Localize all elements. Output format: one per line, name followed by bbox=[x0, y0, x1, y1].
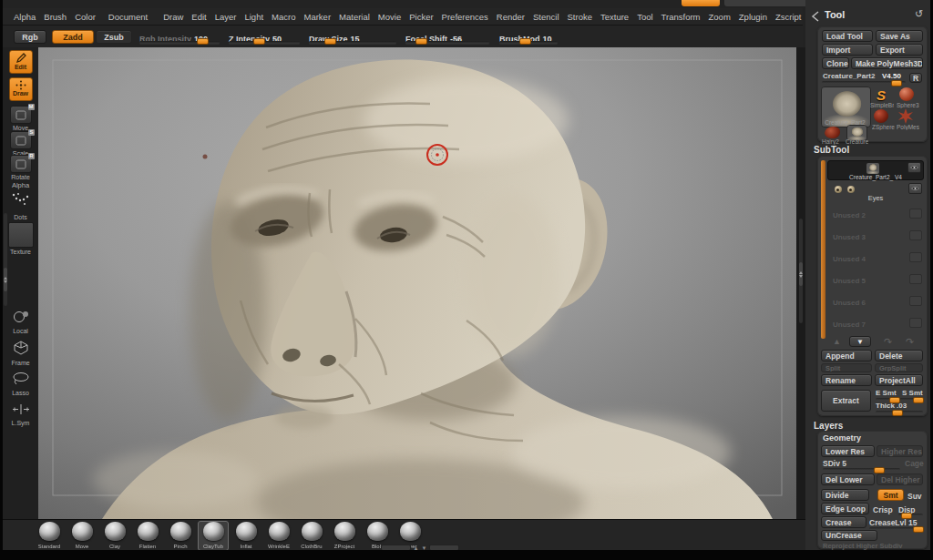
divider-scrollbar-knob[interactable] bbox=[799, 262, 803, 286]
tool-name-slider[interactable]: Creature_Part2 V4.50 R bbox=[822, 71, 923, 83]
slider-handle[interactable] bbox=[253, 38, 265, 45]
slider-handle[interactable] bbox=[519, 38, 531, 45]
subtool-duplicate-icon[interactable]: ↷ bbox=[884, 336, 892, 348]
load-tool-button[interactable]: Load Tool bbox=[822, 30, 873, 42]
menu-render[interactable]: Render bbox=[497, 12, 525, 22]
brush-move[interactable]: Move bbox=[67, 522, 97, 549]
edge-loop-button[interactable]: Edge Loop bbox=[821, 503, 869, 514]
r-button[interactable]: R bbox=[909, 73, 922, 83]
menu-preferences[interactable]: Preferences bbox=[442, 12, 488, 22]
append-button[interactable]: Append bbox=[821, 350, 872, 361]
panel-divider[interactable] bbox=[796, 47, 805, 519]
higher-res-button[interactable]: Higher Res bbox=[877, 445, 923, 457]
tool-slider-handle[interactable] bbox=[891, 80, 902, 87]
lower-res-button[interactable]: Lower Res bbox=[821, 445, 875, 457]
zadd-button[interactable]: Zadd bbox=[52, 30, 94, 44]
edit-tool[interactable]: Edit bbox=[3, 50, 38, 74]
visibility-eye-icon[interactable] bbox=[908, 183, 922, 194]
menu-layer[interactable]: Layer bbox=[215, 12, 237, 22]
left-scrollbar-knob[interactable] bbox=[4, 268, 7, 291]
menu-alpha[interactable]: Alpha bbox=[14, 12, 36, 22]
brush-flatten[interactable]: Flatten bbox=[132, 522, 163, 549]
rename-button[interactable]: Rename bbox=[821, 374, 872, 386]
del-lower-button[interactable]: Del Lower bbox=[821, 473, 875, 485]
projectall-button[interactable]: ProjectAll bbox=[875, 374, 923, 386]
collapse-icon[interactable] bbox=[810, 11, 821, 22]
layers-title[interactable]: Layers bbox=[814, 421, 843, 431]
import-button[interactable]: Import bbox=[822, 44, 873, 56]
visibility-toggle[interactable] bbox=[909, 230, 922, 240]
menu-texture[interactable]: Texture bbox=[600, 12, 629, 22]
brush-clay[interactable]: Clay bbox=[99, 522, 130, 549]
visibility-toggle[interactable] bbox=[909, 296, 922, 306]
menu-light[interactable]: Light bbox=[244, 12, 263, 22]
menu-brush[interactable]: Brush bbox=[44, 12, 67, 22]
menu-zplugin[interactable]: Zplugin bbox=[739, 12, 767, 22]
brush-inflat[interactable]: Inflat bbox=[231, 522, 261, 549]
draw-size-slider[interactable]: Draw Size15 bbox=[309, 29, 396, 45]
visibility-eye-icon[interactable] bbox=[907, 162, 921, 173]
brush-standard[interactable]: Standard bbox=[34, 522, 65, 549]
crease-lvl-handle[interactable] bbox=[913, 526, 924, 533]
menu-tool[interactable]: Tool bbox=[637, 12, 652, 22]
menu-marker[interactable]: Marker bbox=[303, 12, 331, 22]
del-higher-button[interactable]: Del Higher bbox=[877, 473, 923, 485]
sdiv-slider[interactable] bbox=[823, 468, 900, 471]
reproject-button[interactable]: Reproject Higher Subdiv bbox=[823, 542, 903, 550]
brushmod-slider[interactable]: BrushMod10 bbox=[499, 29, 558, 45]
subtool-row-eyes[interactable]: Eyes bbox=[827, 183, 924, 203]
crease-button[interactable]: Crease bbox=[821, 516, 866, 528]
smt-toggle[interactable]: Smt bbox=[877, 489, 904, 501]
sdiv-handle[interactable] bbox=[874, 467, 885, 473]
menu-color[interactable]: Color bbox=[75, 12, 96, 22]
simplebrush-tool[interactable]: S bbox=[873, 87, 889, 101]
s-smt-handle[interactable] bbox=[913, 397, 924, 403]
crisp-toggle[interactable]: Crisp bbox=[873, 505, 893, 514]
save-as-button[interactable]: Save As bbox=[876, 30, 923, 42]
draw-tool[interactable]: Draw bbox=[3, 77, 38, 101]
uncrease-button[interactable]: UnCrease bbox=[821, 530, 877, 541]
subtool-row-unused[interactable]: Unused 2 bbox=[827, 206, 924, 225]
menu-transform[interactable]: Transform bbox=[661, 12, 701, 22]
hairy2-tool[interactable] bbox=[825, 127, 840, 138]
cage-button[interactable]: Cage bbox=[905, 459, 924, 468]
history-icon[interactable]: ↺ bbox=[915, 8, 923, 20]
divide-button[interactable]: Divide bbox=[821, 489, 869, 501]
visibility-toggle[interactable] bbox=[909, 209, 922, 219]
brush-wrinklee[interactable]: WrinkleE bbox=[263, 522, 294, 549]
visibility-toggle[interactable] bbox=[909, 274, 922, 284]
subtool-row-unused[interactable]: Unused 4 bbox=[827, 249, 924, 269]
divider-scrollbar[interactable] bbox=[799, 219, 803, 323]
move-tool[interactable]: M Move bbox=[3, 106, 38, 131]
menu-draw[interactable]: Draw bbox=[163, 12, 183, 22]
export-button[interactable]: Export bbox=[876, 44, 923, 56]
subtool-row-unused[interactable]: Unused 7 bbox=[827, 315, 924, 334]
subtool-scrollbar[interactable] bbox=[821, 160, 825, 339]
delete-button[interactable]: Delete bbox=[875, 350, 923, 361]
zsphere-tool[interactable] bbox=[874, 109, 888, 123]
zsub-button[interactable]: Zsub bbox=[96, 30, 132, 44]
menu-macro[interactable]: Macro bbox=[272, 12, 295, 22]
slider-handle[interactable] bbox=[324, 38, 336, 45]
tool-slider-track[interactable] bbox=[822, 81, 906, 84]
frame-toggle[interactable]: Frame bbox=[3, 341, 38, 366]
local-toggle[interactable]: Local bbox=[3, 310, 38, 334]
subtool-row-unused[interactable]: Unused 6 bbox=[827, 293, 924, 312]
menu-stroke[interactable]: Stroke bbox=[568, 12, 592, 22]
brush-claytub-selected[interactable]: ClayTub bbox=[198, 521, 229, 551]
disp-slider[interactable] bbox=[898, 514, 923, 516]
menu-picker[interactable]: Picker bbox=[409, 12, 433, 22]
z-intensity-slider[interactable]: Z Intensity50 bbox=[229, 29, 300, 45]
slider-handle[interactable] bbox=[415, 38, 427, 45]
brush-clothbru[interactable]: ClothBru bbox=[296, 522, 327, 549]
focal-shift-slider[interactable]: Focal Shift-56 bbox=[405, 29, 489, 45]
rgb-intensity-slider[interactable]: Rgb Intensity100 bbox=[139, 29, 220, 45]
sphere3d-tool[interactable] bbox=[899, 87, 914, 101]
subtool-merge-icon[interactable]: ↷ bbox=[906, 336, 914, 348]
thick-handle[interactable] bbox=[892, 410, 903, 416]
subtool-row-active[interactable]: Creature_Part2_ V4 bbox=[827, 160, 924, 180]
slider-handle[interactable] bbox=[197, 38, 209, 45]
grpsplit-button[interactable]: GrpSplit bbox=[875, 363, 923, 372]
menu-document[interactable]: Document bbox=[108, 12, 148, 22]
suv-toggle[interactable]: Suv bbox=[907, 492, 922, 501]
